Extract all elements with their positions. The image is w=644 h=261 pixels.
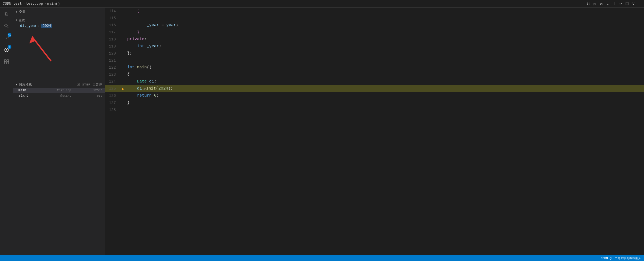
source-control-icon[interactable]: ⎇ 41 [2,34,11,42]
more-button[interactable]: ∨ [631,1,636,7]
line-num-128: 128 [105,106,120,113]
gutter-116 [120,22,126,29]
variables-chevron: ▶ [16,10,18,14]
line-num-120: 120 [105,50,120,57]
svg-marker-9 [29,37,36,43]
callstack-header[interactable]: ▼ 调用堆栈 因 step 已暂停 [13,81,105,88]
line-content-127: } [126,99,644,106]
callstack-start-name: start [18,94,35,98]
code-line-128: 128 [105,106,644,113]
variables-header[interactable]: ▶ 变量 [16,9,102,15]
explorer-icon[interactable]: ⧉ [2,10,11,18]
top-bar: CSDN_test › test.cpp › main() ⠿ ▷ ↺ ↓ ↑ … [0,0,644,8]
activity-bar: ⧉ ⎇ 41 1 [0,8,13,255]
svg-rect-7 [7,62,9,64]
gutter-117 [120,29,126,36]
callstack-main-line: 125:5 [93,89,102,92]
stop-button[interactable]: □ [625,1,630,7]
step-over-button[interactable]: ↓ [605,1,610,7]
gutter-120 [120,50,126,57]
svg-point-0 [5,24,7,27]
line-num-124: 124 [105,78,120,85]
callstack-status: 因 step 已暂停 [77,82,102,87]
callstack-item-start[interactable]: start @start 639 [13,93,105,98]
callstack-chevron: ▼ [16,83,18,86]
callstack-start-file: @start [60,94,71,97]
code-line-119: 119 int _year; [105,43,644,50]
grid-icon[interactable]: ⠿ [586,1,591,7]
callstack-main-name: main [18,88,35,92]
line-num-117: 117 [105,29,120,36]
debug-icon[interactable]: 1 [2,46,11,54]
code-container[interactable]: 114 { 115 116 _year = year; 117 [105,8,644,255]
step-out-button[interactable]: ↩ [618,1,623,7]
line-content-126: return 0; [126,92,644,99]
watch-chevron: ▼ [16,19,18,22]
continue-button[interactable]: ▷ [593,1,598,7]
breadcrumb-part3: main() [47,2,60,6]
variables-section: ▶ 变量 [13,8,105,16]
gutter-115 [120,15,126,22]
callstack-start-line: 639 [97,94,102,97]
editor-area: 114 { 115 116 _year = year; 117 [105,8,644,255]
variables-label: 变量 [19,10,25,14]
arrow-annotation [16,31,102,64]
code-line-120: 120 }; [105,50,644,57]
status-right: CSDN @一个努力学习编程的人 [601,256,641,260]
restart-button[interactable]: ↺ [599,1,604,7]
breadcrumb-part2: test.cpp [26,2,43,6]
callstack-item-main[interactable]: main Test.cpp 125:5 [13,88,105,93]
code-line-117: 117 } [105,29,644,36]
watch-item-d1year[interactable]: d1._year: 2024 [16,23,102,28]
breadcrumb-sep1: › [23,2,25,6]
line-content-119: int _year; [126,43,644,50]
gutter-126 [120,92,126,99]
svg-rect-5 [7,60,9,62]
left-panel: ▶ 变量 ▼ 监视 d1._year: 2024 [13,8,105,255]
watch-item-name: d1._year: [20,24,41,28]
step-into-button[interactable]: ↑ [612,1,617,7]
main-layout: ⧉ ⎇ 41 1 [0,8,644,255]
line-content-115 [126,15,644,22]
line-num-115: 115 [105,15,120,22]
status-bar: CSDN @一个努力学习编程的人 [0,255,644,261]
gutter-122 [120,64,126,71]
code-line-124: 124 Date d1; [105,78,644,85]
line-content-116: _year = year; [126,22,644,29]
code-line-115: 115 [105,15,644,22]
line-num-119: 119 [105,43,120,50]
line-num-121: 121 [105,57,120,64]
line-content-121 [126,57,644,64]
watch-section: ▼ 监视 d1._year: 2024 [13,16,105,80]
debug-toolbar: ⠿ ▷ ↺ ↓ ↑ ↩ □ ∨ [586,1,641,7]
svg-rect-4 [4,60,6,62]
gutter-118 [120,36,126,43]
code-line-127: 127 } [105,99,644,106]
line-num-114: 114 [105,8,120,15]
line-content-124: Date d1; [126,78,644,85]
gutter-127 [120,99,126,106]
gutter-121 [120,57,126,64]
line-content-125: d1.▷Init(2024); [126,85,644,92]
gutter-114 [120,8,126,15]
breadcrumb-sep2: › [44,2,46,6]
gutter-119 [120,43,126,50]
extensions-icon[interactable] [2,58,11,66]
svg-line-1 [7,27,8,28]
callstack-label: 调用堆栈 [19,82,32,87]
line-content-120: }; [126,50,644,57]
line-num-123: 123 [105,71,120,78]
line-content-122: int main() [126,64,644,71]
gutter-124 [120,78,126,85]
code-line-116: 116 _year = year; [105,22,644,29]
code-line-126: 126 return 0; [105,92,644,99]
code-line-123: 123 { [105,71,644,78]
line-content-118: private: [126,36,644,43]
line-num-126: 126 [105,92,120,99]
code-line-122: 122 int main() [105,64,644,71]
debug-current-arrow: ▶ [122,87,124,91]
watch-item-value: 2024 [41,24,52,28]
search-icon[interactable] [2,22,11,30]
watch-header[interactable]: ▼ 监视 [16,17,102,23]
line-num-127: 127 [105,99,120,106]
